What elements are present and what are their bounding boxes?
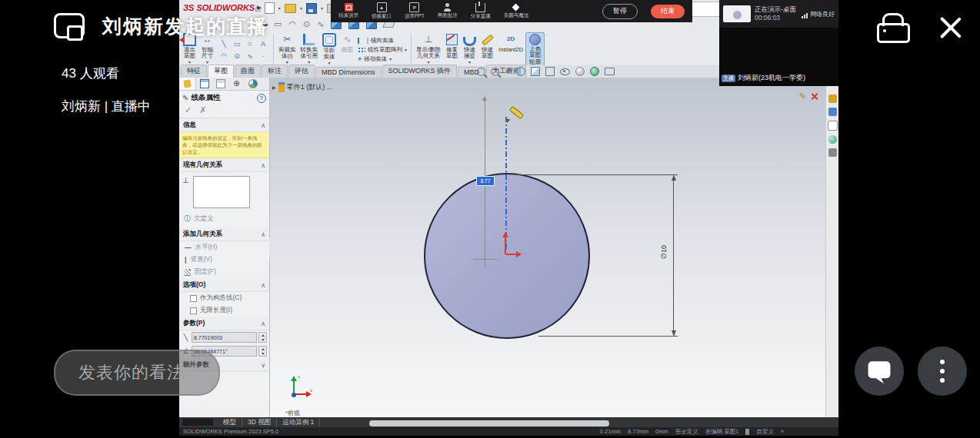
cancel-button[interactable]: ✗ bbox=[199, 105, 206, 115]
hide-show-items-icon[interactable] bbox=[560, 68, 570, 75]
end-button[interactable]: 结束 bbox=[651, 5, 685, 18]
parameters-header[interactable]: 参数(P) ∧ bbox=[179, 317, 269, 330]
present-ppt-button[interactable]: P 演示PPT bbox=[405, 2, 425, 20]
exit-sketch-corner-icon[interactable]: ✎ bbox=[799, 91, 806, 101]
tab-solidworks-addins[interactable]: SOLIDWORKS 插件 bbox=[382, 65, 458, 78]
line-tool-icon[interactable]: ╲ bbox=[218, 38, 230, 49]
save-caret-icon[interactable]: ▾ bbox=[321, 5, 323, 11]
text-tool-icon[interactable]: A bbox=[257, 38, 269, 49]
tab-mbd-dimensions[interactable]: MBD Dimensions bbox=[315, 67, 382, 78]
tab-evaluate[interactable]: 评估 bbox=[288, 65, 315, 78]
point-tool-icon[interactable]: · bbox=[257, 50, 269, 61]
relation-fix-button[interactable]: 固定(F) bbox=[179, 266, 269, 278]
rotation-lock-button[interactable] bbox=[877, 13, 911, 41]
beauty-effects-button[interactable]: 美颜与魔法 bbox=[504, 3, 529, 19]
edit-appearance-icon[interactable] bbox=[575, 67, 585, 76]
construction-line-option[interactable]: 作为构造线(C) bbox=[179, 292, 269, 304]
end-presentation-button[interactable]: 结束演示 bbox=[338, 3, 358, 19]
display-style-icon[interactable] bbox=[545, 67, 555, 76]
view-settings-icon[interactable] bbox=[605, 68, 615, 75]
featuremanager-tab[interactable] bbox=[196, 78, 212, 90]
circle-tool-icon[interactable]: ⊙ bbox=[303, 19, 310, 29]
tab-features[interactable]: 特征 bbox=[181, 65, 207, 78]
sketch-tool-icon[interactable]: ▭ bbox=[274, 19, 282, 29]
infinite-checkbox[interactable] bbox=[190, 307, 197, 314]
offset-entities-button[interactable]: 等距 实体 ▾ bbox=[320, 32, 338, 67]
linear-pattern-button[interactable]: 线性草图阵列 ▾ bbox=[358, 46, 407, 54]
share-live-button[interactable]: 分享直播 bbox=[471, 3, 491, 20]
ok-button[interactable]: ✓ bbox=[185, 105, 192, 115]
display-manager-tab[interactable] bbox=[245, 78, 261, 90]
propertymanager-tab[interactable] bbox=[179, 78, 196, 90]
open-document-icon[interactable] bbox=[285, 4, 296, 13]
horizontal-scrollbar-thumb[interactable] bbox=[369, 420, 609, 426]
new-caret-icon[interactable]: ▾ bbox=[278, 5, 281, 11]
model-tab[interactable]: 模型 bbox=[218, 418, 242, 427]
switch-window-button[interactable]: 切换窗口 bbox=[372, 2, 392, 20]
file-explorer-tab-icon[interactable] bbox=[828, 121, 838, 131]
customize-menu[interactable]: 自定义 bbox=[756, 428, 774, 436]
repair-sketch-button[interactable]: 修复 草图 bbox=[443, 32, 461, 67]
previous-view-icon[interactable]: ↺ bbox=[505, 68, 511, 75]
construction-checkbox[interactable] bbox=[190, 295, 197, 302]
section-view-icon[interactable] bbox=[516, 67, 525, 76]
slot-tool-icon[interactable]: ⊙ bbox=[231, 50, 243, 61]
rectangle-tool-icon[interactable]: ▭ bbox=[231, 38, 243, 49]
configurations-tab[interactable] bbox=[212, 78, 228, 90]
help-icon[interactable]: ? bbox=[257, 94, 266, 103]
length-spinner[interactable] bbox=[258, 332, 267, 343]
existing-relations-header[interactable]: 现有几何关系 ∧ bbox=[179, 158, 269, 172]
arc-tool-icon[interactable]: ◠ bbox=[288, 19, 296, 29]
relations-listbox[interactable] bbox=[193, 176, 250, 208]
info-section-header[interactable]: 信息 ∧ bbox=[179, 118, 269, 132]
arc-tool-icon[interactable]: ◠ bbox=[218, 50, 230, 61]
rapid-sketch-button[interactable]: 快速 草图 bbox=[478, 32, 496, 67]
sketch-line-in-progress[interactable] bbox=[505, 117, 507, 251]
open-caret-icon[interactable]: ▾ bbox=[300, 5, 302, 11]
cancel-sketch-icon[interactable] bbox=[810, 92, 818, 101]
feature-tree-flyout[interactable]: ▶ 零件1 (默认) ... bbox=[272, 82, 332, 92]
zoom-fit-icon[interactable] bbox=[477, 68, 485, 76]
angle-spinner[interactable] bbox=[258, 346, 267, 357]
tab-markup[interactable]: 标注 bbox=[262, 65, 288, 78]
display-delete-relations-button[interactable]: ⊥ 显示/删除 几何关系 ▾ bbox=[414, 32, 443, 67]
new-document-icon[interactable] bbox=[265, 2, 275, 14]
dimxpert-tab[interactable]: ⊕ bbox=[228, 78, 245, 90]
customize-caret-icon[interactable]: ▾ bbox=[781, 428, 784, 435]
infinite-length-option[interactable]: 无限长度(I) bbox=[179, 304, 269, 317]
appearances-tab-icon[interactable] bbox=[828, 148, 837, 157]
sketch-circle[interactable] bbox=[424, 173, 590, 339]
convert-entities-button[interactable]: 转换实 体引用 ▾ bbox=[298, 32, 321, 67]
graphics-viewport[interactable]: ▶ 零件1 (默认) ... 8.77 ∅10 bbox=[270, 78, 826, 417]
move-entities-button[interactable]: + 移动实体 ▾ bbox=[358, 55, 407, 63]
instant2d-button[interactable]: 2D Instant2D bbox=[496, 32, 525, 67]
length-input[interactable]: 8.77019003 bbox=[192, 332, 257, 343]
pause-button[interactable]: 暂停 bbox=[602, 4, 638, 19]
relation-vertical-button[interactable]: | 竖直(V) bbox=[179, 254, 269, 266]
spline-tool-icon[interactable]: ∿ bbox=[244, 50, 256, 61]
annotate-button[interactable]: 画面批注 bbox=[438, 3, 458, 19]
chat-button[interactable] bbox=[855, 347, 904, 396]
3d-views-tab[interactable]: 3D 视图 bbox=[242, 418, 277, 427]
add-relations-header[interactable]: 添加几何关系 ∧ bbox=[179, 227, 269, 241]
apply-scene-icon[interactable] bbox=[590, 67, 599, 76]
circle-tool-icon[interactable]: ○ bbox=[244, 38, 256, 49]
home-icon[interactable]: ⌂ bbox=[255, 3, 261, 14]
view-orientation-icon[interactable] bbox=[531, 67, 540, 76]
trim-entities-button[interactable]: ✂ 剪裁实 体(I) ▾ bbox=[276, 32, 298, 67]
tab-sketch[interactable]: 草图 bbox=[208, 65, 234, 78]
spline-tool-icon[interactable]: ∿ bbox=[317, 19, 324, 29]
tab-surfaces[interactable]: 曲面 bbox=[235, 65, 261, 78]
screen-cast-button[interactable] bbox=[54, 13, 85, 41]
design-library-tab-icon[interactable] bbox=[828, 108, 837, 116]
presentation-thumbnail[interactable] bbox=[723, 5, 751, 22]
zoom-area-icon[interactable] bbox=[491, 68, 499, 76]
comment-input[interactable]: 发表你的看法~ bbox=[54, 350, 220, 396]
options-header[interactable]: 选项(O) ∧ bbox=[179, 278, 269, 292]
motion-study-tab[interactable]: 运动算例 1 bbox=[277, 418, 320, 427]
tree-expand-icon[interactable]: ▶ bbox=[272, 85, 276, 90]
save-icon[interactable] bbox=[306, 3, 317, 14]
mirror-entities-button[interactable]: 镜向实体 bbox=[358, 37, 407, 45]
diameter-dimension-label[interactable]: ∅10 bbox=[660, 245, 668, 259]
diameter-dimension-line[interactable] bbox=[673, 178, 674, 333]
